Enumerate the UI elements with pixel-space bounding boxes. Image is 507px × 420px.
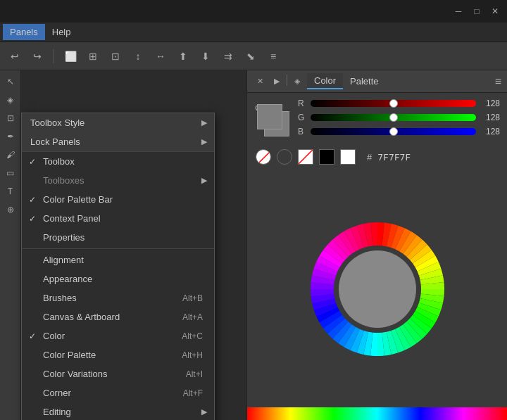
color-controls: ↺ R 128 G bbox=[247, 93, 507, 146]
toolbar-icon-1[interactable]: ↪ bbox=[28, 47, 46, 65]
slider-g-thumb[interactable] bbox=[389, 113, 398, 122]
slider-r-track[interactable] bbox=[311, 100, 476, 107]
panel-nav-icons: ✕ ▶ ◈ bbox=[253, 75, 304, 89]
toolbar-icon-9[interactable]: ⇉ bbox=[219, 47, 237, 65]
menu-item-color-variations[interactable]: Color Variations Alt+I bbox=[22, 364, 214, 383]
tool-brush[interactable]: 🖌 bbox=[2, 146, 19, 163]
svg-line-0 bbox=[256, 150, 271, 165]
menu-bar: Panels Help bbox=[0, 23, 507, 42]
menu-item-properties[interactable]: Properties bbox=[22, 228, 214, 247]
slider-g-value: 128 bbox=[480, 113, 500, 122]
menu-top-toolbox-style[interactable]: Toolbox Style ▶ bbox=[22, 113, 214, 132]
foreground-color-box[interactable] bbox=[257, 104, 282, 129]
toolbar-icon-3[interactable]: ⊞ bbox=[84, 47, 102, 65]
swatch-black[interactable] bbox=[319, 149, 334, 165]
left-panel: ↖ ◈ ⊡ ✒ 🖌 ▭ T ⊕ bbox=[0, 70, 21, 420]
menu-top-lock-panels[interactable]: Lock Panels ▶ bbox=[22, 132, 214, 151]
panel-close-icon[interactable]: ✕ bbox=[253, 75, 267, 89]
menu-item-toolboxes[interactable]: Toolboxes ▶ bbox=[22, 171, 214, 190]
menu-item-corner[interactable]: Corner Alt+F bbox=[22, 383, 214, 402]
swatch-none[interactable] bbox=[256, 149, 271, 165]
tool-zoom[interactable]: ⊕ bbox=[2, 201, 19, 218]
menu-item-appearance[interactable]: Appearance bbox=[22, 269, 214, 288]
menu-item-editing[interactable]: Editing ▶ bbox=[22, 402, 214, 420]
color-wheel-center bbox=[339, 250, 416, 328]
toolbar-icon-5[interactable]: ↕ bbox=[129, 47, 147, 65]
slider-g-label: G bbox=[298, 113, 306, 122]
alignment-label: Alignment bbox=[43, 255, 84, 265]
tool-pen[interactable]: ✒ bbox=[2, 128, 19, 145]
minimize-button[interactable]: ─ bbox=[452, 5, 465, 18]
corner-shortcut: Alt+F bbox=[183, 388, 203, 398]
color-spectrum-bar[interactable] bbox=[247, 407, 507, 420]
color-label: Color bbox=[43, 331, 65, 341]
slider-r-thumb[interactable] bbox=[389, 99, 398, 108]
menu-item-panels[interactable]: Panels bbox=[3, 24, 45, 40]
color-wheel-area[interactable] bbox=[247, 170, 507, 407]
toolbar-icon-2[interactable]: ⬜ bbox=[61, 47, 80, 65]
slider-row-b: B 128 bbox=[298, 127, 500, 136]
toolbar-icon-4[interactable]: ⊡ bbox=[106, 47, 125, 65]
menu-item-canvas-artboard[interactable]: Canvas & Artboard Alt+A bbox=[22, 307, 214, 326]
toolbar-icon-10[interactable]: ⬊ bbox=[242, 47, 260, 65]
appearance-label: Appearance bbox=[43, 274, 92, 284]
tool-crop[interactable]: ⊡ bbox=[2, 110, 19, 127]
tab-color[interactable]: Color bbox=[307, 73, 343, 89]
panel-color-icon[interactable]: ◈ bbox=[290, 75, 304, 89]
menu-item-help[interactable]: Help bbox=[45, 24, 78, 40]
color-variations-label: Color Variations bbox=[43, 369, 108, 379]
swatch-circle-empty[interactable] bbox=[277, 149, 292, 165]
canvas-artboard-label: Canvas & Artboard bbox=[43, 312, 120, 322]
color-shortcut: Alt+C bbox=[182, 331, 203, 341]
menu-item-toolbox[interactable]: ✓ Toolbox bbox=[22, 152, 214, 171]
menu-item-brushes[interactable]: Brushes Alt+B bbox=[22, 288, 214, 307]
editing-label: Editing bbox=[43, 407, 71, 417]
toolbar-icon-6[interactable]: ↔ bbox=[151, 47, 170, 65]
toolbox-style-label: Toolbox Style bbox=[30, 117, 84, 128]
main-layout: ↖ ◈ ⊡ ✒ 🖌 ▭ T ⊕ Toolbox Style ▶ Lock Pan… bbox=[0, 70, 507, 420]
dropdown-menu: Toolbox Style ▶ Lock Panels ▶ ✓ Toolbox … bbox=[21, 113, 215, 420]
menu-item-alignment[interactable]: Alignment bbox=[22, 250, 214, 269]
close-button[interactable]: ✕ bbox=[489, 5, 501, 18]
slider-g-track[interactable] bbox=[311, 114, 476, 121]
menu-item-color-palette-bar[interactable]: ✓ Color Palette Bar bbox=[22, 190, 214, 209]
swatch-white[interactable] bbox=[340, 149, 356, 165]
context-panel-label: Context Panel bbox=[43, 213, 101, 224]
tab-palette[interactable]: Palette bbox=[343, 74, 385, 89]
panel-forward-icon[interactable]: ▶ bbox=[270, 75, 284, 89]
hex-value: 7F7F7F bbox=[377, 152, 411, 163]
tool-text[interactable]: T bbox=[2, 183, 19, 200]
maximize-button[interactable]: □ bbox=[470, 5, 483, 18]
tool-shape[interactable]: ▭ bbox=[2, 165, 19, 182]
toolbar-icon-11[interactable]: ≡ bbox=[264, 47, 282, 65]
slider-r-label: R bbox=[298, 98, 306, 108]
toolbar-icon-0[interactable]: ↩ bbox=[6, 47, 24, 65]
slider-b-label: B bbox=[298, 127, 306, 136]
color-palette-bar-label: Color Palette Bar bbox=[43, 194, 113, 205]
toolbar-icon-8[interactable]: ⬇ bbox=[196, 47, 215, 65]
tool-node[interactable]: ◈ bbox=[2, 91, 19, 108]
slider-row-r: R 128 bbox=[298, 98, 500, 108]
panel-header: ✕ ▶ ◈ Color Palette ≡ bbox=[247, 70, 507, 93]
lock-panels-arrow: ▶ bbox=[201, 137, 207, 146]
toolbar-icon-7[interactable]: ⬆ bbox=[174, 47, 192, 65]
title-bar-buttons: ─ □ ✕ bbox=[452, 5, 501, 18]
panel-menu-icon[interactable]: ≡ bbox=[495, 75, 501, 88]
color-wheel-svg bbox=[307, 219, 448, 359]
color-boxes: ↺ bbox=[254, 101, 292, 139]
checkmark-toolbox: ✓ bbox=[29, 157, 36, 167]
svg-line-1 bbox=[299, 150, 313, 164]
toolboxes-arrow: ▶ bbox=[201, 176, 207, 185]
slider-b-thumb[interactable] bbox=[389, 127, 398, 136]
menu-item-color[interactable]: ✓ Color Alt+C bbox=[22, 326, 214, 345]
menu-item-context-panel[interactable]: ✓ Context Panel bbox=[22, 209, 214, 228]
menu-item-color-palette[interactable]: Color Palette Alt+H bbox=[22, 345, 214, 364]
lock-panels-label: Lock Panels bbox=[30, 136, 80, 147]
swatch-none-square-cross-icon bbox=[299, 150, 313, 164]
hex-label: # bbox=[367, 152, 372, 163]
swatch-none-square[interactable] bbox=[298, 149, 313, 165]
tool-select[interactable]: ↖ bbox=[2, 73, 19, 90]
color-variations-shortcut: Alt+I bbox=[186, 369, 203, 379]
slider-b-track[interactable] bbox=[311, 128, 476, 135]
slider-r-value: 128 bbox=[480, 98, 500, 108]
